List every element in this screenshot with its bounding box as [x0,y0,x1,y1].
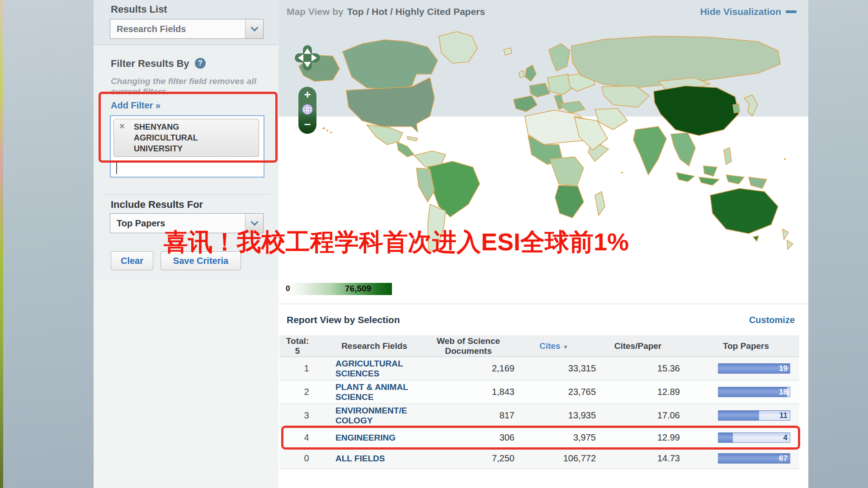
help-icon[interactable]: ? [195,58,206,69]
sidebar-divider [102,194,271,195]
map-legend: 0 76,509 [285,283,392,295]
desktop-edge-sliver [0,0,3,488]
top-papers-cell: 67 [680,453,799,464]
table-row[interactable]: 3 ENVIRONMENT/ECOLOGY 817 13,935 17.06 1… [279,404,799,427]
zoom-in-icon[interactable]: + [304,89,311,99]
report-header: Report View by Selection Customize [287,312,795,328]
report-table: Total: 5 Research Fields Web of Science … [279,335,799,469]
map-title: Top / Hot / Highly Cited Papers [347,6,485,17]
include-results-title: Include Results For [111,199,203,211]
rank-cell: 0 [279,453,334,464]
table-body: 1 AGRICULTURALSCIENCES 2,169 33,315 15.3… [279,357,799,469]
rank-cell: 3 [279,410,334,421]
total-header: Total: 5 [285,336,310,356]
cites-cell: 106,772 [514,453,596,464]
zoom-out-icon[interactable]: − [304,119,311,129]
chevron-down-icon [250,218,258,226]
section-divider [278,304,808,304]
annotation-box-add-filter [99,92,278,163]
col-top-papers[interactable]: Top Papers [710,341,782,351]
dropdown-chevron-button[interactable] [245,19,263,38]
top-papers-bar: 19 [718,363,790,374]
docs-cell: 817 [469,410,514,421]
top-papers-value: 11 [779,411,788,420]
table-header-row: Total: 5 Research Fields Web of Science … [279,335,799,357]
col-research-fields: Research Fields [334,341,415,351]
cpp-cell: 12.99 [596,432,680,443]
annotation-banner-text: 喜讯！我校工程学科首次进入ESI全球前1% [164,226,629,259]
cites-cell: 33,315 [514,363,596,374]
top-papers-cell: 19 [680,363,799,374]
top-papers-cell: 4 [680,432,799,443]
results-list-dropdown-value: Research Fields [110,24,245,34]
table-row[interactable]: 4 ENGINEERING 306 3,975 12.99 4 [279,427,799,448]
hide-visualization-link[interactable]: Hide Visualization [700,6,797,17]
table-row[interactable]: 1 AGRICULTURALSCIENCES 2,169 33,315 15.3… [279,357,799,380]
globe-icon[interactable] [302,103,313,115]
map-pan-control[interactable] [295,45,320,70]
chevron-down-icon [250,24,258,32]
cites-cell: 3,975 [514,432,596,443]
top-papers-bar: 11 [718,410,790,421]
top-papers-bar: 67 [718,453,790,464]
docs-cell: 7,250 [469,453,514,464]
docs-cell: 306 [469,432,514,443]
cites-cell: 13,935 [514,410,596,421]
top-papers-value: 19 [779,364,788,373]
top-papers-bar-fill [718,411,759,420]
results-list-section: Results List Research Fields [94,0,278,45]
cpp-cell: 15.36 [596,363,680,374]
field-name-link[interactable]: ENVIRONMENT/ECOLOGY [334,406,469,426]
top-papers-bar: 4 [718,432,790,443]
field-name-link[interactable]: PLANT & ANIMALSCIENCE [334,382,469,402]
results-list-dropdown[interactable]: Research Fields [110,19,264,39]
top-papers-bar: 18 [718,387,790,397]
filter-note-line1: Changing the filter field removes all [111,76,260,86]
top-papers-bar-fill [718,433,733,442]
legend-max-value: 76,509 [345,284,371,294]
legend-min-value: 0 [286,284,290,293]
top-papers-cell: 11 [680,410,799,421]
top-papers-cell: 18 [680,387,799,397]
top-papers-bar-fill [718,387,787,397]
field-name-link[interactable]: AGRICULTURALSCIENCES [334,359,469,379]
filter-results-by-title: Filter Results By [111,58,189,70]
rank-cell: 2 [279,387,334,397]
top-papers-value: 18 [779,388,788,397]
field-name-link[interactable]: ALL FIELDS [334,454,469,464]
collapse-icon [786,10,797,13]
docs-cell: 1,843 [469,387,514,397]
sort-desc-icon: ▼ [563,344,568,350]
report-title: Report View by Selection [287,314,400,325]
table-row[interactable]: 0 ALL FIELDS 7,250 106,772 14.73 67 [279,448,799,469]
docs-cell: 2,169 [469,363,514,374]
cites-cell: 23,765 [514,387,596,397]
clear-button[interactable]: Clear [111,251,153,270]
cpp-cell: 12.89 [596,387,680,397]
map-header: Map View by Top / Hot / Highly Cited Pap… [287,5,797,19]
map-title-prefix: Map View by [287,6,344,17]
col-cites-per-paper[interactable]: Cites/Paper [602,341,674,351]
rank-cell: 1 [279,363,334,374]
field-name-link[interactable]: ENGINEERING [334,433,469,443]
rank-cell: 4 [279,432,334,443]
col-wos-documents[interactable]: Web of Science Documents [423,336,514,356]
cpp-cell: 17.06 [596,410,680,421]
customize-link[interactable]: Customize [749,315,795,325]
col-cites[interactable]: Cites ▼ [518,341,590,352]
top-papers-value: 4 [783,433,788,442]
table-row[interactable]: 2 PLANT & ANIMALSCIENCE 1,843 23,765 12.… [279,380,799,404]
map-zoom-control[interactable]: + − [298,87,316,134]
cpp-cell: 14.73 [596,453,680,464]
results-list-title: Results List [111,4,167,15]
top-papers-value: 67 [779,454,788,463]
